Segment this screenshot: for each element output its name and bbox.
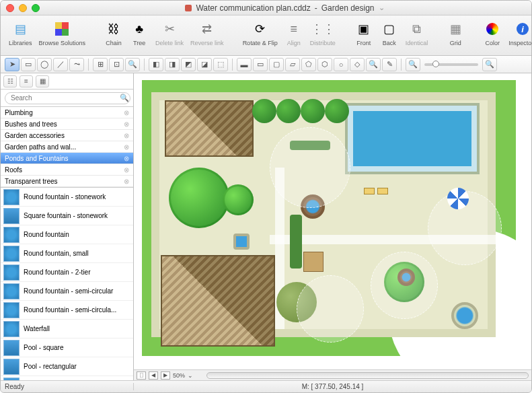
- sb-shape-5[interactable]: ⬠: [301, 58, 316, 71]
- sb-shape-2[interactable]: ▭: [253, 58, 268, 71]
- category-close-icon[interactable]: ⊗: [124, 143, 129, 151]
- category-row[interactable]: Garden paths and wal...⊗: [1, 141, 133, 153]
- tree-button[interactable]: ♣Tree: [127, 18, 151, 48]
- zoom-slider[interactable]: [424, 63, 478, 66]
- rotate-flip-button[interactable]: ⟳Rotate & Flip: [240, 18, 280, 48]
- tree[interactable]: [252, 99, 276, 123]
- stencil-item[interactable]: Pool - rectangular: [1, 357, 133, 376]
- rect-tool[interactable]: ▭: [21, 58, 36, 71]
- minimize-button[interactable]: [19, 4, 27, 12]
- front-button[interactable]: ▣Front: [352, 18, 376, 48]
- identical-button[interactable]: ⧉Identical: [403, 18, 431, 48]
- side-view-grid[interactable]: ▦: [36, 75, 49, 87]
- color-button[interactable]: Color: [480, 18, 504, 48]
- bush[interactable]: [290, 215, 302, 269]
- side-view-tree[interactable]: ☷: [3, 75, 17, 87]
- page-next-button[interactable]: ▶: [161, 371, 170, 380]
- connector-tool[interactable]: ⤳: [69, 58, 84, 71]
- stencil-item[interactable]: Round fountain - stonework: [1, 188, 133, 207]
- tree[interactable]: [301, 99, 325, 123]
- browse-solutions-button[interactable]: Browse Solutions: [36, 18, 89, 48]
- stencil-item[interactable]: Round fountain - semi-circula...: [1, 301, 133, 320]
- lounge-chair[interactable]: [377, 188, 388, 194]
- pond[interactable]: [451, 302, 478, 329]
- stencil-item[interactable]: Round fountain - semi-circular: [1, 282, 133, 301]
- tree[interactable]: [169, 168, 229, 228]
- libraries-button[interactable]: ▤ Libraries: [6, 18, 35, 48]
- category-row[interactable]: Bushes and trees⊗: [1, 118, 133, 130]
- category-close-icon[interactable]: ⊗: [124, 120, 129, 128]
- category-row[interactable]: Garden accessories⊗: [1, 130, 133, 141]
- stencil-item[interactable]: Pool - square: [1, 338, 133, 357]
- stencil-item[interactable]: Round fountain, small: [1, 244, 133, 263]
- sb-tool-a[interactable]: ◧: [149, 58, 163, 71]
- category-close-icon[interactable]: ⊗: [124, 178, 129, 185]
- stencil-item[interactable]: Round fountain: [1, 225, 133, 244]
- sb-shape-4[interactable]: ▱: [285, 58, 300, 71]
- close-button[interactable]: [6, 4, 14, 12]
- pool-shape[interactable]: [345, 103, 480, 174]
- category-close-icon[interactable]: ⊗: [124, 109, 129, 116]
- chain-button[interactable]: ⛓Chain: [102, 18, 126, 48]
- delete-link-button[interactable]: ✂Delete link: [153, 18, 186, 48]
- sb-tool-d[interactable]: ◪: [197, 58, 212, 71]
- category-row[interactable]: Ponds and Fountains⊗: [1, 153, 133, 164]
- page-first-button[interactable]: ⎕: [137, 371, 146, 380]
- patio-table[interactable]: [303, 252, 324, 272]
- category-row[interactable]: Roofs⊗: [1, 164, 133, 176]
- grid-mode-1[interactable]: ⊞: [93, 58, 108, 71]
- grid-button[interactable]: ▦Grid: [444, 18, 467, 48]
- stencil-item[interactable]: Waterfall: [1, 320, 133, 338]
- sb-shape-6[interactable]: ⬡: [317, 58, 332, 71]
- grid-mode-2[interactable]: ⊡: [109, 58, 124, 71]
- category-row[interactable]: Plumbing⊗: [1, 107, 133, 118]
- sb-tool-e[interactable]: ⬚: [213, 58, 228, 71]
- pointer-tool[interactable]: ➤: [5, 58, 20, 71]
- house-small[interactable]: [165, 100, 254, 157]
- info-icon: i: [517, 23, 529, 35]
- inspectors-button[interactable]: iInspectors: [506, 18, 532, 48]
- pool-small[interactable]: [233, 234, 250, 250]
- align-button[interactable]: ≡Align: [282, 18, 306, 48]
- umbrella[interactable]: [447, 188, 469, 209]
- spray-radius[interactable]: [297, 275, 364, 343]
- distribute-button[interactable]: ⋮⋮Distribute: [307, 18, 338, 48]
- category-close-icon[interactable]: ⊗: [124, 166, 129, 174]
- garden-plan-drawing[interactable]: [142, 80, 516, 356]
- tools-search[interactable]: 🔍: [125, 58, 140, 71]
- side-view-list[interactable]: ≡: [20, 75, 33, 87]
- back-button[interactable]: ▢Back: [377, 18, 402, 48]
- zoom-fit-button[interactable]: 🔍: [406, 58, 420, 71]
- sb-zoom-sub[interactable]: 🔍: [366, 58, 381, 71]
- line-tool[interactable]: ／: [53, 58, 68, 71]
- category-row[interactable]: Transparent trees⊗: [1, 176, 133, 187]
- zoom-max-button[interactable]: 🔍: [482, 58, 497, 71]
- canvas[interactable]: [134, 73, 531, 369]
- tree[interactable]: [325, 99, 349, 123]
- category-close-icon[interactable]: ⊗: [124, 155, 129, 162]
- stencil-item[interactable]: Round fountain - 2-tier: [1, 263, 133, 282]
- page-prev-button[interactable]: ◀: [149, 371, 158, 380]
- sb-shape-1[interactable]: ▬: [237, 58, 252, 71]
- sb-tool-b[interactable]: ◨: [165, 58, 180, 71]
- tree[interactable]: [276, 99, 301, 123]
- search-input[interactable]: [5, 92, 130, 104]
- stencil-item[interactable]: Square fountain - stonework: [1, 207, 133, 225]
- sb-shape-7[interactable]: ○: [334, 58, 348, 71]
- zoom-value[interactable]: 50%: [173, 372, 185, 379]
- horizontal-scrollbar[interactable]: [206, 372, 529, 379]
- tree[interactable]: [223, 184, 254, 215]
- sb-shape-8[interactable]: ◇: [350, 58, 365, 71]
- sb-shape-3[interactable]: ▢: [269, 58, 284, 71]
- sb-dropper[interactable]: ✎: [382, 58, 397, 71]
- ellipse-tool[interactable]: ◯: [37, 58, 52, 71]
- maximize-button[interactable]: [32, 4, 40, 12]
- spray-radius[interactable]: [270, 127, 350, 208]
- category-close-icon[interactable]: ⊗: [124, 132, 129, 139]
- spray-radius[interactable]: [371, 252, 438, 319]
- lounge-chair[interactable]: [364, 188, 375, 194]
- house-large[interactable]: [161, 255, 275, 347]
- reverse-link-button[interactable]: ⇄Reverse link: [188, 18, 227, 48]
- sb-tool-c[interactable]: ◩: [181, 58, 196, 71]
- title-dropdown-icon[interactable]: ⌄: [379, 3, 385, 12]
